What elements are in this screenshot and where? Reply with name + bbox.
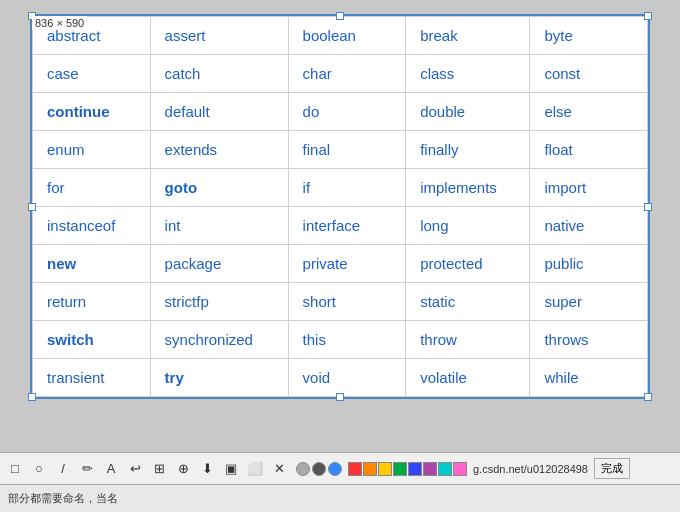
color-cyan[interactable]	[438, 462, 452, 476]
undo-icon[interactable]: ↩	[124, 458, 146, 480]
ellipse-tool-icon[interactable]: ○	[28, 458, 50, 480]
keyword-cell: float	[530, 131, 648, 169]
keyword-cell: synchronized	[150, 321, 288, 359]
size-label: 836 × 590	[32, 16, 87, 30]
keyword-cell: const	[530, 55, 648, 93]
color-pink[interactable]	[453, 462, 467, 476]
complete-button[interactable]: 完成	[594, 458, 630, 479]
keyword-cell: void	[288, 359, 406, 397]
download-icon[interactable]: ⬇	[196, 458, 218, 480]
keyword-cell: do	[288, 93, 406, 131]
keyword-cell: short	[288, 283, 406, 321]
color-dot-3[interactable]	[328, 462, 342, 476]
close-icon[interactable]: ✕	[268, 458, 290, 480]
keyword-cell: class	[406, 55, 530, 93]
keyword-cell: double	[406, 93, 530, 131]
keywords-table-container: abstractassertbooleanbreakbytecasecatchc…	[30, 14, 650, 399]
keyword-cell: while	[530, 359, 648, 397]
keyword-cell: native	[530, 207, 648, 245]
bottom-bar: 部分都需要命名，当名	[0, 484, 680, 512]
keyword-cell: assert	[150, 17, 288, 55]
color-dot-1[interactable]	[296, 462, 310, 476]
selection-handle-bl[interactable]	[28, 393, 36, 401]
keyword-cell: break	[406, 17, 530, 55]
keyword-cell: package	[150, 245, 288, 283]
keyword-cell: instanceof	[33, 207, 151, 245]
keyword-cell: super	[530, 283, 648, 321]
keyword-cell: char	[288, 55, 406, 93]
frame-icon[interactable]: ▣	[220, 458, 242, 480]
selection-handle-ml[interactable]	[28, 203, 36, 211]
keyword-cell: long	[406, 207, 530, 245]
keyword-cell: else	[530, 93, 648, 131]
keyword-cell: private	[288, 245, 406, 283]
line-tool-icon[interactable]: /	[52, 458, 74, 480]
keyword-cell: goto	[150, 169, 288, 207]
keyword-cell: boolean	[288, 17, 406, 55]
keyword-cell: new	[33, 245, 151, 283]
website-label: g.csdn.net/u012028498	[473, 463, 588, 475]
plus-icon[interactable]: ⊕	[172, 458, 194, 480]
selection-handle-mr[interactable]	[644, 203, 652, 211]
keyword-cell: throws	[530, 321, 648, 359]
pen-tool-icon[interactable]: ✏	[76, 458, 98, 480]
keyword-cell: implements	[406, 169, 530, 207]
keyword-cell: volatile	[406, 359, 530, 397]
keyword-cell: interface	[288, 207, 406, 245]
keyword-cell: transient	[33, 359, 151, 397]
keyword-cell: enum	[33, 131, 151, 169]
rect-tool-icon[interactable]: □	[4, 458, 26, 480]
keyword-cell: for	[33, 169, 151, 207]
keyword-cell: default	[150, 93, 288, 131]
color-blue[interactable]	[408, 462, 422, 476]
keyword-cell: return	[33, 283, 151, 321]
bottom-text: 部分都需要命名，当名	[8, 491, 118, 506]
keyword-cell: if	[288, 169, 406, 207]
grid-icon[interactable]: ⊞	[148, 458, 170, 480]
keyword-cell: throw	[406, 321, 530, 359]
keyword-cell: this	[288, 321, 406, 359]
keyword-cell: extends	[150, 131, 288, 169]
keyword-cell: case	[33, 55, 151, 93]
keyword-cell: public	[530, 245, 648, 283]
selection-handle-bm[interactable]	[336, 393, 344, 401]
keyword-cell: byte	[530, 17, 648, 55]
keyword-cell: int	[150, 207, 288, 245]
color-dot-2[interactable]	[312, 462, 326, 476]
keyword-cell: catch	[150, 55, 288, 93]
color-yellow[interactable]	[378, 462, 392, 476]
text-tool-icon[interactable]: A	[100, 458, 122, 480]
keyword-cell: switch	[33, 321, 151, 359]
keyword-cell: final	[288, 131, 406, 169]
keywords-table: abstractassertbooleanbreakbytecasecatchc…	[32, 16, 648, 397]
selection-handle-tm[interactable]	[336, 12, 344, 20]
color-green[interactable]	[393, 462, 407, 476]
keyword-cell: try	[150, 359, 288, 397]
keyword-cell: continue	[33, 93, 151, 131]
selection-handle-tr[interactable]	[644, 12, 652, 20]
keyword-cell: strictfp	[150, 283, 288, 321]
keyword-cell: finally	[406, 131, 530, 169]
selection-handle-br[interactable]	[644, 393, 652, 401]
keyword-cell: protected	[406, 245, 530, 283]
drawing-toolbar: □ ○ / ✏ A ↩ ⊞ ⊕ ⬇ ▣ ⬜ ✕ g.csdn.net/u0120…	[0, 452, 680, 484]
copy-icon[interactable]: ⬜	[244, 458, 266, 480]
color-purple[interactable]	[423, 462, 437, 476]
keyword-cell: static	[406, 283, 530, 321]
color-orange[interactable]	[363, 462, 377, 476]
color-red[interactable]	[348, 462, 362, 476]
keyword-cell: import	[530, 169, 648, 207]
